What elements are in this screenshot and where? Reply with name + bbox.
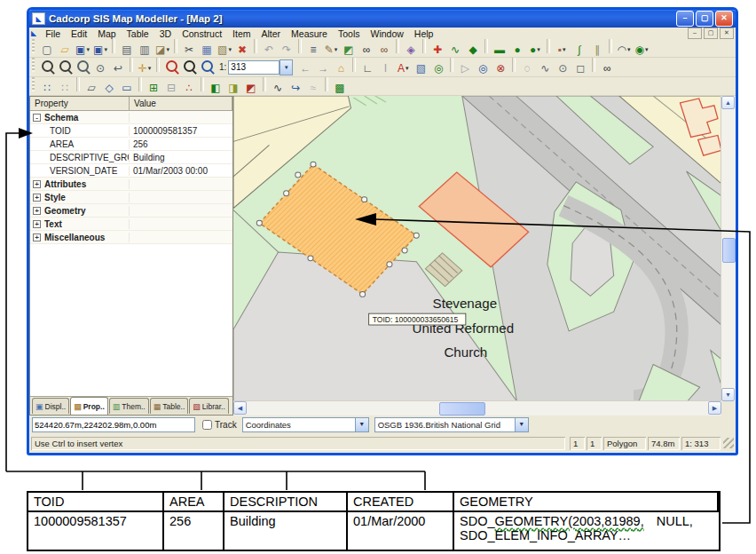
intersect-button[interactable]: ◨▾ bbox=[224, 80, 242, 96]
insert-box-button[interactable]: ▬▾ bbox=[491, 42, 508, 58]
tab-tables[interactable]: ▦Table.. bbox=[150, 398, 189, 414]
property-row[interactable]: AREA 256 bbox=[30, 138, 232, 151]
chevron-down-icon[interactable]: ▼ bbox=[515, 418, 528, 431]
expander-icon[interactable]: - bbox=[33, 114, 41, 122]
insert-line-button[interactable]: ∿▾ bbox=[446, 42, 464, 58]
maximize-button[interactable]: ▢ bbox=[696, 11, 713, 27]
select-fence-button[interactable]: ◻▾ bbox=[571, 60, 589, 76]
horizontal-scrollbar[interactable]: ◀ ▶ bbox=[233, 400, 721, 416]
property-row[interactable]: VERSION_DATE 01/Mar/2003 00:00 bbox=[30, 164, 232, 178]
pointer-button[interactable]: ▷▾ bbox=[456, 60, 474, 76]
snap-node-button[interactable]: ◉▾ bbox=[633, 42, 650, 58]
expander-icon[interactable]: + bbox=[33, 194, 41, 202]
zoom-extents-button[interactable]: ▾ bbox=[180, 59, 198, 75]
copy-button[interactable]: ▦▾ bbox=[198, 42, 216, 58]
mdi-restore-button[interactable]: ▢ bbox=[704, 28, 718, 39]
toolbar-grip[interactable]: ▾ bbox=[32, 58, 35, 72]
vertex-handle[interactable] bbox=[295, 172, 301, 178]
menu-item[interactable]: Tools bbox=[333, 28, 366, 39]
publish-button[interactable]: ◪▾ bbox=[154, 42, 171, 58]
toolbar-grip[interactable]: ▾ bbox=[32, 39, 35, 53]
close-button[interactable]: ✕ bbox=[715, 11, 733, 27]
menu-item[interactable]: Measure bbox=[286, 28, 333, 39]
menu-item[interactable]: File bbox=[40, 28, 66, 39]
help-button[interactable]: ◈▾ bbox=[402, 42, 420, 58]
vertex-handle[interactable] bbox=[402, 248, 407, 253]
trim-line-button[interactable]: ∿▾ bbox=[269, 80, 287, 96]
zoom-rectangle-button[interactable]: ▾ bbox=[74, 59, 91, 75]
difference-button[interactable]: ◩▾ bbox=[242, 80, 260, 96]
union-button[interactable]: ◧▾ bbox=[207, 80, 224, 96]
cut-button[interactable]: ✂▾ bbox=[180, 42, 198, 58]
add-vertex-button[interactable]: ⊞▾ bbox=[145, 80, 162, 96]
menu-item[interactable]: 3D bbox=[154, 28, 177, 39]
property-row[interactable]: +Geometry bbox=[30, 204, 232, 218]
menu-item[interactable]: Window bbox=[365, 28, 408, 39]
smooth-button[interactable]: ≈▾ bbox=[304, 80, 322, 96]
paste-button[interactable]: ▧▾ bbox=[216, 42, 233, 58]
property-row[interactable]: TOID 1000009581357 bbox=[30, 124, 232, 138]
vertex-handle[interactable] bbox=[308, 256, 313, 261]
zoom-previous-button[interactable]: ↩▾ bbox=[109, 60, 127, 76]
mdi-minimize-button[interactable]: – bbox=[688, 28, 702, 39]
insert-curve-button[interactable]: ∫▾ bbox=[571, 42, 588, 58]
vertical-scroll-thumb[interactable] bbox=[722, 238, 736, 263]
viewpoint-button[interactable]: ∟▾ bbox=[358, 60, 376, 76]
title-bar[interactable]: ◣ Cadcorp SIS Map Modeller - [Map 2] – ▢… bbox=[29, 10, 736, 28]
vertex-handle[interactable] bbox=[387, 262, 392, 267]
insert-ellipse-button[interactable]: ●▾ bbox=[508, 42, 526, 58]
find-button[interactable]: ∞▾ bbox=[358, 42, 375, 58]
expander-icon[interactable]: + bbox=[33, 220, 41, 228]
scale-input[interactable] bbox=[228, 60, 280, 75]
style-button[interactable]: ✎▾ bbox=[322, 42, 340, 58]
property-row[interactable]: -Schema bbox=[30, 111, 232, 124]
overlays-button[interactable]: ≡▾ bbox=[304, 42, 322, 58]
region-button[interactable]: ▩▾ bbox=[331, 80, 349, 96]
menu-item[interactable]: Construct bbox=[177, 28, 227, 39]
chevron-down-icon[interactable]: ▼ bbox=[355, 418, 368, 431]
save-copy-button[interactable]: ▣▾ bbox=[91, 42, 109, 58]
undo-button[interactable]: ↶▾ bbox=[260, 42, 278, 58]
edit-arc-button[interactable]: ↪▾ bbox=[287, 80, 304, 96]
coordinate-input[interactable] bbox=[32, 417, 195, 432]
menu-item[interactable]: Map bbox=[92, 28, 121, 39]
menu-item[interactable]: Item bbox=[227, 28, 256, 39]
world-button[interactable]: ◎▾ bbox=[429, 60, 447, 76]
vertex-handle[interactable] bbox=[311, 162, 316, 167]
scroll-right-button[interactable]: ▶ bbox=[708, 401, 721, 415]
theme-button[interactable]: ◩▾ bbox=[340, 42, 358, 58]
zoom-in-button[interactable]: ▾ bbox=[38, 59, 56, 75]
delete-button[interactable]: ✖▾ bbox=[233, 42, 251, 58]
toolbar-grip[interactable]: ▾ bbox=[32, 77, 35, 91]
coordinate-mode-select[interactable]: Coordinates ▼ bbox=[242, 417, 369, 432]
zoom-out-button[interactable]: ▾ bbox=[56, 59, 74, 75]
zoom-centre-button[interactable]: ⊙▾ bbox=[91, 60, 109, 76]
expander-icon[interactable]: + bbox=[33, 180, 41, 188]
remove-vertex-button[interactable]: ⊟▾ bbox=[162, 80, 180, 96]
tab-displays[interactable]: ▣Displ.. bbox=[32, 398, 69, 414]
menu-item[interactable]: Table bbox=[122, 28, 154, 39]
vertex-handle[interactable] bbox=[256, 220, 262, 226]
redo-button[interactable]: ↷▾ bbox=[278, 42, 295, 58]
mdi-close-button[interactable]: ✕ bbox=[720, 28, 734, 39]
vertical-scrollbar[interactable]: ▲ ▼ bbox=[721, 96, 736, 401]
vertex-diamond-button[interactable]: ◇▾ bbox=[100, 80, 118, 96]
insert-arc-button[interactable]: ◠▾ bbox=[615, 42, 633, 58]
vertex-box-button[interactable]: ▭▾ bbox=[118, 80, 136, 96]
select-line-button[interactable]: ∿▾ bbox=[536, 60, 554, 76]
print-preview-button[interactable]: ▥▾ bbox=[136, 42, 154, 58]
select-circle-button[interactable]: ⊙▾ bbox=[554, 60, 571, 76]
scroll-down-button[interactable]: ▼ bbox=[721, 388, 735, 401]
vertex-handle[interactable] bbox=[360, 291, 366, 297]
unlink-nodes-button[interactable]: ∷▾ bbox=[56, 80, 74, 96]
property-row[interactable]: DESCRIPTIVE_GROUPS Building bbox=[30, 151, 232, 164]
tab-libraries[interactable]: ▧Librar.. bbox=[189, 398, 229, 414]
save-button[interactable]: ▣▾ bbox=[74, 42, 91, 58]
minimize-button[interactable]: – bbox=[676, 11, 694, 27]
menu-item[interactable]: Alter bbox=[256, 28, 287, 39]
view-forward-button[interactable]: →▾ bbox=[314, 60, 332, 76]
expander-icon[interactable]: + bbox=[33, 233, 41, 241]
vertex-handle[interactable] bbox=[413, 233, 419, 238]
new-button[interactable]: ▢▾ bbox=[38, 42, 56, 58]
scan-button[interactable]: ∞▾ bbox=[375, 42, 393, 58]
